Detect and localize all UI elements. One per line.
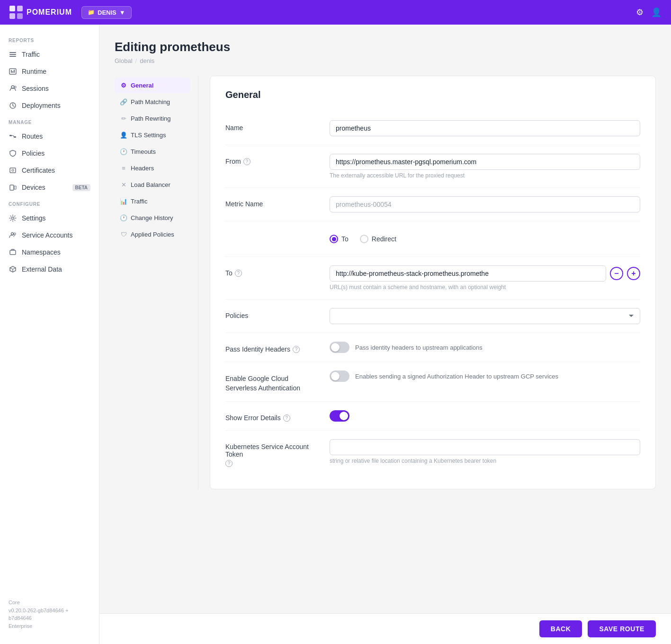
- namespaces-icon: [9, 248, 17, 256]
- certificates-label: Certificates: [22, 167, 55, 174]
- form-row-to: To ? − + URL(s) must contain a scheme an…: [225, 257, 640, 300]
- subnav-item-general[interactable]: ⚙ General: [115, 78, 190, 93]
- k8s-token-help-icon[interactable]: ?: [225, 460, 233, 467]
- to-plus-btn[interactable]: +: [627, 267, 640, 280]
- policies-label: Policies: [225, 312, 248, 319]
- settings-icon[interactable]: ⚙: [636, 7, 644, 18]
- show-error-label-col: Show Error Details ?: [225, 410, 320, 422]
- sidebar-item-policies[interactable]: Policies: [0, 145, 99, 162]
- redirect-radio-option[interactable]: Redirect: [360, 235, 396, 243]
- form-row-radio: To Redirect: [225, 221, 640, 257]
- save-route-button[interactable]: SAVE ROUTE: [588, 620, 656, 637]
- svg-rect-1: [17, 6, 23, 11]
- to-input[interactable]: [330, 265, 606, 282]
- main-content: Editing prometheus Global / denis ⚙ Gene…: [99, 25, 671, 644]
- runtime-icon: [9, 67, 17, 76]
- back-button[interactable]: BACK: [539, 620, 582, 637]
- subnav-item-traffic[interactable]: 📊 Traffic: [115, 194, 190, 209]
- google-cloud-toggle[interactable]: [330, 371, 349, 382]
- sidebar-item-runtime[interactable]: Runtime: [0, 63, 99, 80]
- sidebar-item-external-data[interactable]: External Data: [0, 261, 99, 278]
- google-cloud-toggle-knob: [331, 372, 340, 380]
- applied-policies-icon: 🛡: [120, 231, 127, 238]
- section-title: General: [225, 89, 640, 100]
- to-minus-btn[interactable]: −: [610, 267, 623, 280]
- traffic-label: Traffic: [22, 51, 40, 58]
- timeouts-icon: 🕐: [120, 149, 127, 155]
- svg-point-17: [12, 169, 14, 171]
- show-error-help-icon[interactable]: ?: [283, 415, 290, 422]
- subnav-item-timeouts[interactable]: 🕐 Timeouts: [115, 144, 190, 159]
- pass-identity-toggle[interactable]: [330, 342, 349, 353]
- subnav-item-path-matching[interactable]: 🔗 Path Matching: [115, 94, 190, 110]
- subnav-item-headers[interactable]: ≡ Headers: [115, 160, 190, 176]
- to-label-col: To ?: [225, 265, 320, 277]
- form-row-from: From ? The externally accessible URL for…: [225, 145, 640, 188]
- to-field-label: To: [225, 269, 233, 277]
- metric-name-input[interactable]: [330, 196, 640, 212]
- sidebar-item-certificates[interactable]: Certificates: [0, 162, 99, 179]
- from-input[interactable]: [330, 154, 640, 170]
- sidebar-item-routes[interactable]: Routes: [0, 128, 99, 145]
- path-rewriting-icon: ✏: [120, 115, 127, 122]
- from-field-col: The externally accessible URL for the pr…: [330, 154, 640, 179]
- svg-rect-4: [9, 52, 16, 53]
- workspace-selector[interactable]: 📁 DENIS ▼: [81, 6, 132, 19]
- subnav-item-change-history[interactable]: 🕐 Change History: [115, 210, 190, 226]
- svg-rect-6: [9, 56, 16, 57]
- svg-point-22: [14, 233, 16, 235]
- pass-identity-help-icon[interactable]: ?: [293, 346, 300, 353]
- user-icon[interactable]: 👤: [651, 7, 662, 18]
- subnav-item-load-balancer[interactable]: ✕ Load Balancer: [115, 177, 190, 193]
- subnav-item-applied-policies[interactable]: 🛡 Applied Policies: [115, 227, 190, 242]
- breadcrumb: Global / denis: [115, 57, 656, 64]
- subnav-item-path-rewriting[interactable]: ✏ Path Rewriting: [115, 111, 190, 126]
- pass-identity-toggle-wrap: Pass identity headers to upstream applic…: [330, 342, 640, 353]
- reports-section-label: REPORTS: [0, 32, 99, 46]
- radio-label-col: [225, 230, 320, 234]
- svg-point-21: [11, 233, 14, 235]
- sidebar-item-service-accounts[interactable]: Service Accounts: [0, 227, 99, 244]
- svg-rect-23: [10, 250, 16, 255]
- sidebar: REPORTS Traffic Runtime Sessions: [0, 25, 99, 644]
- pass-identity-label-col: Pass Identity Headers ?: [225, 342, 320, 353]
- edit-layout: ⚙ General 🔗 Path Matching ✏ Path Rewriti…: [115, 76, 656, 489]
- sidebar-item-sessions[interactable]: Sessions: [0, 80, 99, 97]
- sidebar-item-traffic[interactable]: Traffic: [0, 46, 99, 63]
- subnav-path-matching-label: Path Matching: [131, 98, 170, 106]
- pass-identity-label: Pass Identity Headers: [225, 345, 290, 353]
- app-name: POMERIUM: [27, 8, 72, 17]
- subnav-headers-label: Headers: [131, 165, 154, 172]
- k8s-token-input[interactable]: [330, 439, 640, 455]
- to-help-icon[interactable]: ?: [235, 270, 242, 277]
- footer-version: v0.20.0-262-gb7d84646 + b7d84646: [9, 607, 90, 622]
- to-radio-option[interactable]: To: [330, 235, 349, 243]
- subnav-tls-label: TLS Settings: [131, 132, 166, 139]
- subnav-load-balancer-label: Load Balancer: [131, 181, 170, 188]
- external-data-icon: [9, 265, 17, 273]
- sidebar-item-namespaces[interactable]: Namespaces: [0, 244, 99, 261]
- metric-name-field-col: [330, 196, 640, 212]
- name-field-col: [330, 120, 640, 136]
- k8s-token-label-col: Kubernetes Service Account Token ?: [225, 439, 320, 467]
- sidebar-item-devices[interactable]: Devices BETA: [0, 179, 99, 196]
- name-input[interactable]: [330, 120, 640, 136]
- path-matching-icon: 🔗: [120, 99, 127, 106]
- pass-identity-field-col: Pass identity headers to upstream applic…: [330, 342, 640, 353]
- policies-select[interactable]: [330, 308, 640, 324]
- subnav-change-history-label: Change History: [131, 214, 173, 221]
- subnav-traffic-icon: 📊: [120, 198, 127, 205]
- sidebar-item-settings[interactable]: Settings: [0, 210, 99, 227]
- sidebar-item-deployments[interactable]: Deployments: [0, 97, 99, 114]
- deployments-icon: [9, 101, 17, 110]
- show-error-toggle[interactable]: [330, 410, 349, 422]
- to-radio-inner: [332, 237, 336, 241]
- tls-icon: 👤: [120, 132, 127, 139]
- settings-nav-icon: [9, 214, 17, 222]
- from-help-icon[interactable]: ?: [243, 158, 251, 165]
- subnav-item-tls-settings[interactable]: 👤 TLS Settings: [115, 127, 190, 143]
- sidebar-section-manage: MANAGE Routes Policies Certificates: [0, 114, 99, 196]
- policies-field-col: [330, 308, 640, 324]
- from-label-col: From ?: [225, 154, 320, 165]
- google-cloud-label-col: Enable Google Cloud Serverless Authentic…: [225, 371, 320, 393]
